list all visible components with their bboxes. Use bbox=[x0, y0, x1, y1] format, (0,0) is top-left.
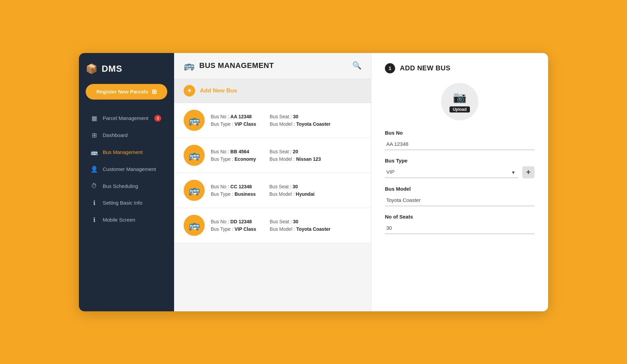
bus-info-col-right: Bus Seat : 20 Bus Model : Nissan 123 bbox=[270, 149, 321, 162]
bus-seat-line: Bus Seat : 30 bbox=[270, 219, 331, 224]
bus-avatar: 🚌 bbox=[184, 110, 205, 131]
plus-square-icon: ⊞ bbox=[152, 88, 157, 96]
no-of-seats-input[interactable] bbox=[385, 222, 535, 234]
no-of-seats-field: No of Seats bbox=[385, 214, 535, 234]
no-of-seats-label: No of Seats bbox=[385, 214, 535, 220]
bus-seat-line: Bus Seat : 30 bbox=[269, 184, 315, 189]
bus-info-col-left: Bus No : CC 12348 Bus Type : Business bbox=[211, 184, 256, 197]
camera-icon: 📷 bbox=[453, 91, 467, 104]
bus-no-line: Bus No : AA 12348 bbox=[211, 114, 256, 119]
bus-type-select-wrapper: VIP Economy Business VIP Class ▼ bbox=[385, 166, 518, 178]
sidebar-item-mobile-screen[interactable]: ℹ Mobile Screen bbox=[86, 212, 167, 228]
bus-no-line: Bus No : DD 12348 bbox=[211, 219, 256, 224]
sidebar: 📦 DMS Register New Parcels ⊞ ▦ Parcel Ma… bbox=[79, 53, 174, 311]
bus-type-line: Bus Type : Business bbox=[211, 191, 256, 197]
bus-info-col-left: Bus No : BB 4564 Bus Type : Economy bbox=[211, 149, 256, 162]
sidebar-logo: 📦 DMS bbox=[86, 63, 167, 74]
bus-avatar: 🚌 bbox=[184, 145, 205, 166]
upload-label: Upload bbox=[450, 106, 470, 112]
search-icon[interactable]: 🔍 bbox=[352, 61, 361, 70]
form-panel-header: 1 ADD NEW BUS bbox=[385, 63, 535, 73]
logo-text: DMS bbox=[102, 64, 122, 74]
register-new-parcels-button[interactable]: Register New Parcels ⊞ bbox=[86, 84, 167, 100]
bus-info: Bus No : DD 12348 Bus Type : VIP Class B… bbox=[211, 219, 331, 232]
bus-model-line: Bus Model : Toyota Coaster bbox=[270, 226, 331, 232]
sidebar-item-bus-management[interactable]: 🚌 Bus Management bbox=[86, 144, 167, 160]
sidebar-item-parcel-management[interactable]: ▦ Parcel Management 3 bbox=[86, 110, 167, 126]
bus-seat-line: Bus Seat : 30 bbox=[270, 114, 331, 119]
bus-type-line: Bus Type : Economy bbox=[211, 156, 256, 162]
bus-no-label: Bus No bbox=[385, 130, 535, 136]
customer-management-icon: 👤 bbox=[90, 166, 98, 173]
bus-seat-line: Bus Seat : 20 bbox=[270, 149, 321, 154]
bus-scheduling-icon: ⏱ bbox=[90, 183, 98, 190]
parcel-badge: 3 bbox=[154, 115, 161, 122]
bus-avatar: 🚌 bbox=[184, 215, 205, 236]
bus-model-field: Bus Model bbox=[385, 186, 535, 206]
bus-list-item[interactable]: 🚌 Bus No : BB 4564 Bus Type : Economy Bu… bbox=[174, 138, 371, 173]
sidebar-item-setting-basic-info[interactable]: ℹ Setting Basic Info bbox=[86, 195, 167, 211]
bus-info-col-right: Bus Seat : 30 Bus Model : Hyundai bbox=[269, 184, 315, 197]
bus-avatar: 🚌 bbox=[184, 180, 205, 201]
bus-info-col-right: Bus Seat : 30 Bus Model : Toyota Coaster bbox=[270, 114, 331, 127]
bus-management-panel: 🚌 BUS MANAGEMENT 🔍 + Add New Bus 🚌 Bus N… bbox=[174, 53, 371, 311]
sidebar-item-label: Mobile Screen bbox=[103, 217, 135, 223]
sidebar-item-label: Setting Basic Info bbox=[103, 200, 142, 206]
bus-type-select[interactable]: VIP Economy Business VIP Class bbox=[385, 166, 518, 178]
bus-icon: 🚌 bbox=[184, 60, 194, 71]
mobile-screen-icon: ℹ bbox=[90, 216, 98, 224]
panels-wrapper: 🚌 BUS MANAGEMENT 🔍 + Add New Bus 🚌 Bus N… bbox=[174, 53, 548, 311]
bus-no-line: Bus No : CC 12348 bbox=[211, 184, 256, 189]
step-circle: 1 bbox=[385, 63, 395, 73]
bus-list: 🚌 Bus No : AA 12348 Bus Type : VIP Class… bbox=[174, 103, 371, 311]
add-bus-type-button[interactable]: + bbox=[522, 166, 535, 178]
dashboard-icon: ⊞ bbox=[90, 132, 98, 139]
bus-info: Bus No : CC 12348 Bus Type : Business Bu… bbox=[211, 184, 315, 197]
sidebar-item-label: Bus Management bbox=[103, 149, 143, 155]
bus-info-col-left: Bus No : DD 12348 Bus Type : VIP Class bbox=[211, 219, 256, 232]
bus-no-line: Bus No : BB 4564 bbox=[211, 149, 256, 154]
add-bus-circle-icon: + bbox=[184, 85, 195, 97]
bus-type-row: VIP Economy Business VIP Class ▼ + bbox=[385, 166, 535, 178]
form-panel-title: ADD NEW BUS bbox=[400, 64, 451, 72]
app-container: 📦 DMS Register New Parcels ⊞ ▦ Parcel Ma… bbox=[79, 53, 548, 311]
setting-basic-info-icon: ℹ bbox=[90, 199, 98, 207]
panel-header-left: 🚌 BUS MANAGEMENT bbox=[184, 60, 274, 71]
panel-header: 🚌 BUS MANAGEMENT 🔍 bbox=[174, 53, 371, 79]
bus-info: Bus No : BB 4564 Bus Type : Economy Bus … bbox=[211, 149, 321, 162]
bus-info-col-left: Bus No : AA 12348 Bus Type : VIP Class bbox=[211, 114, 256, 127]
bus-model-line: Bus Model : Hyundai bbox=[269, 191, 315, 197]
register-btn-label: Register New Parcels bbox=[96, 89, 148, 94]
sidebar-item-label: Dashboard bbox=[103, 132, 128, 138]
sidebar-item-label: Bus Scheduling bbox=[103, 183, 138, 189]
bus-model-line: Bus Model : Nissan 123 bbox=[270, 156, 321, 162]
add-bus-label: Add New Bus bbox=[200, 87, 237, 94]
sidebar-item-customer-management[interactable]: 👤 Customer Management bbox=[86, 161, 167, 177]
sidebar-item-dashboard[interactable]: ⊞ Dashboard bbox=[86, 127, 167, 143]
bus-type-label: Bus Type bbox=[385, 158, 535, 163]
parcel-management-icon: ▦ bbox=[90, 115, 98, 122]
bus-model-line: Bus Model : Toyota Coaster bbox=[270, 121, 331, 127]
bus-type-line: Bus Type : VIP Class bbox=[211, 121, 256, 127]
add-new-bus-row[interactable]: + Add New Bus bbox=[174, 79, 371, 103]
add-new-bus-form-panel: 1 ADD NEW BUS 📷 Upload Bus No Bus Type bbox=[371, 53, 548, 311]
bus-type-line: Bus Type : VIP Class bbox=[211, 226, 256, 232]
bus-type-field: Bus Type VIP Economy Business VIP Class … bbox=[385, 158, 535, 178]
sidebar-item-bus-scheduling[interactable]: ⏱ Bus Scheduling bbox=[86, 178, 167, 194]
bus-model-label: Bus Model bbox=[385, 186, 535, 192]
panel-title: BUS MANAGEMENT bbox=[199, 61, 274, 70]
logo-icon: 📦 bbox=[86, 63, 98, 74]
bus-no-input[interactable] bbox=[385, 138, 535, 150]
upload-section: 📷 Upload bbox=[385, 83, 535, 120]
bus-info-col-right: Bus Seat : 30 Bus Model : Toyota Coaster bbox=[270, 219, 331, 232]
bus-list-item[interactable]: 🚌 Bus No : DD 12348 Bus Type : VIP Class… bbox=[174, 208, 371, 243]
bus-info: Bus No : AA 12348 Bus Type : VIP Class B… bbox=[211, 114, 331, 127]
bus-no-field: Bus No bbox=[385, 130, 535, 150]
sidebar-item-label: Customer Management bbox=[103, 166, 156, 172]
sidebar-nav: ▦ Parcel Management 3 ⊞ Dashboard 🚌 Bus … bbox=[86, 110, 167, 228]
sidebar-item-label: Parcel Management bbox=[103, 115, 148, 121]
bus-list-item[interactable]: 🚌 Bus No : AA 12348 Bus Type : VIP Class… bbox=[174, 103, 371, 138]
upload-circle[interactable]: 📷 Upload bbox=[441, 83, 478, 120]
bus-list-item[interactable]: 🚌 Bus No : CC 12348 Bus Type : Business … bbox=[174, 173, 371, 208]
bus-model-input[interactable] bbox=[385, 194, 535, 206]
